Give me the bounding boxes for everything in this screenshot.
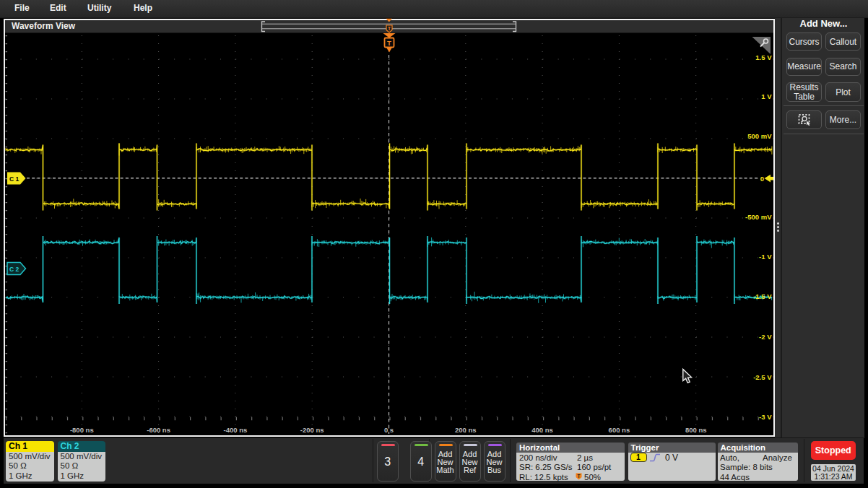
- svg-text:T: T: [578, 474, 581, 479]
